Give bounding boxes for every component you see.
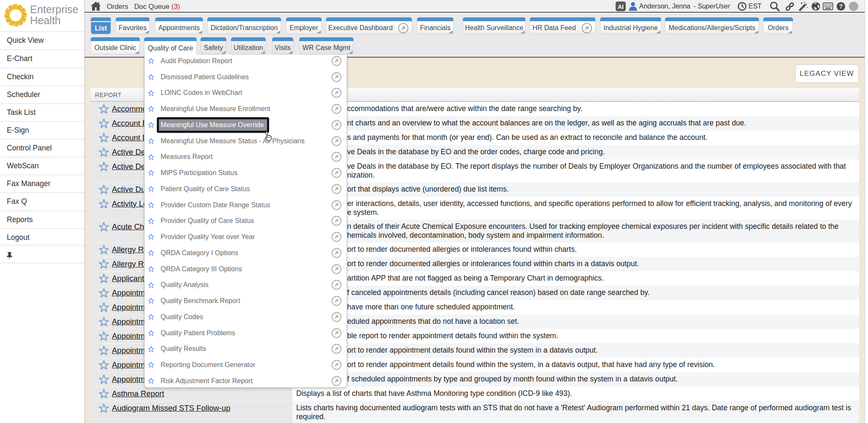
- svg-text:AI: AI: [618, 3, 624, 10]
- svg-text:?: ?: [839, 3, 843, 10]
